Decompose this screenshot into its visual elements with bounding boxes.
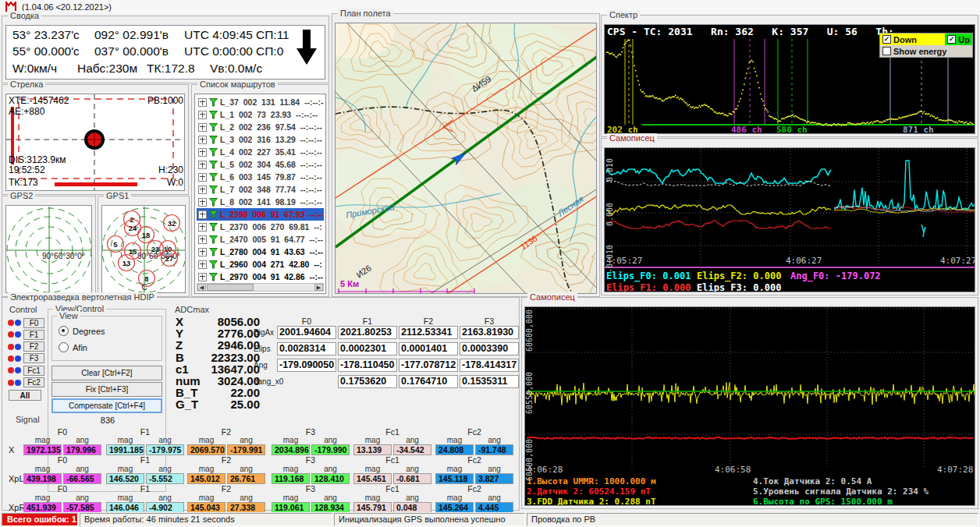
channel-button-f3[interactable]: F3 (23, 353, 44, 363)
expand-icon[interactable] (198, 260, 207, 269)
route-row[interactable]: L_2390 006 91 67.93 --:-- (197, 208, 324, 221)
matrix-cell: -177.078712 (399, 359, 458, 372)
channel-button-f0[interactable]: F0 (23, 318, 44, 328)
route-flag-icon (209, 223, 218, 232)
signal-subheader-mag: mag (23, 436, 62, 444)
checkbox-up[interactable]: ✓Up (945, 34, 972, 45)
scroll-thumb[interactable] (207, 284, 254, 291)
route-row[interactable]: L_2960 004 271 42.80 --: (197, 258, 324, 271)
all-channels-button[interactable]: All (9, 390, 41, 401)
expand-icon[interactable] (198, 136, 207, 144)
latitude-current: 53° 23.237'с (12, 28, 94, 42)
expand-icon[interactable] (198, 148, 207, 157)
radio-degrees[interactable]: Degrees (59, 326, 105, 336)
route-row[interactable]: L_2970 004 91 42.86 --:-- (197, 271, 324, 283)
expand-icon[interactable] (198, 235, 207, 244)
route-row[interactable]: L_2 002 236 97.54 --:--:-- (197, 121, 324, 133)
compensate-button[interactable]: Compensate [Ctrl+F4] (51, 398, 162, 413)
route-row[interactable]: L_7 002 348 77.74 --:--:-- (197, 183, 324, 196)
channel-button-f2[interactable]: F2 (23, 341, 44, 352)
radio-icon[interactable] (59, 326, 69, 336)
checkbox-down[interactable]: ✓Down (880, 34, 945, 45)
checkbox-icon[interactable]: ✓ (882, 35, 891, 44)
fix-button[interactable]: Fix [Ctrl+F3] (51, 382, 162, 397)
expand-icon[interactable] (198, 210, 207, 219)
app-window: (1.04.06 <20.12.2021>) Сводка 53° 23.237… (0, 0, 980, 527)
signal-cell: 26.761 (227, 473, 265, 484)
channel-row: F1 (8, 329, 44, 340)
signal-subheader-ang: ang (311, 465, 350, 473)
route-list-hscrollbar[interactable]: ◀ ▶ (197, 283, 324, 292)
route-flag-icon (209, 235, 218, 244)
expand-icon[interactable] (198, 273, 207, 281)
signal-subheader-mag: mag (353, 493, 392, 502)
error-count-badge: Всего ошибок: 1 (2, 513, 78, 526)
matrix-col-header: F2 (399, 317, 458, 326)
route-row[interactable]: L_6 003 145 79.87 --:--:-- (197, 171, 324, 183)
h-value: Н:230 (158, 164, 183, 175)
matrix-cell: 0.0002301 (338, 342, 397, 355)
signal-subheader-ang: ang (63, 493, 101, 502)
expand-icon[interactable] (198, 186, 207, 194)
speed-value: W:0км/ч (12, 62, 77, 76)
expand-icon[interactable] (198, 111, 207, 119)
scroll-left-icon[interactable]: ◀ (197, 284, 206, 291)
route-row[interactable]: L_4 002 227 35.41 --:--:-- (197, 146, 324, 158)
y-axis-label: 60550,000 (525, 372, 534, 414)
route-row[interactable]: L_5 002 304 45.68 --:--:-- (197, 158, 324, 171)
checkbox-icon[interactable]: ✓ (947, 35, 956, 44)
route-row[interactable]: L_8 002 141 98.19 --:--:-- (197, 196, 324, 208)
route-row[interactable]: L_1 002 73 23.93 --:--:-- (197, 108, 324, 121)
signal-cell: 145.264 (435, 502, 474, 513)
route-list-panel: Список маршрутов L_37 002 131 11.84 --:-… (191, 84, 329, 297)
route-row[interactable]: L_2470 005 91 64.77 --:-- (197, 233, 324, 246)
gps2-skyplot-chart: 90°60°30°0° (6, 206, 92, 293)
signal-cell: 2034.896 (272, 444, 310, 455)
expand-icon[interactable] (198, 248, 207, 256)
expand-icon[interactable] (198, 98, 207, 107)
route-row[interactable]: L_2780 004 91 43.63 --:-- (197, 246, 324, 258)
spectrum-plot-area: 202 ch486 ch580 ch871 chCPS - TC: 2031 R… (604, 24, 975, 134)
channel-button-fc1[interactable]: Fc1 (23, 366, 44, 376)
checkbox-icon[interactable] (882, 47, 891, 55)
signal-subheader-ang: ang (146, 465, 184, 473)
signal-cell: 1972.135 (23, 444, 62, 455)
expand-icon[interactable] (198, 161, 207, 169)
signal-band-header: F2 (209, 455, 243, 465)
route-flag-icon (209, 111, 218, 119)
gps1-annotation: C (141, 283, 147, 292)
radio-icon[interactable] (59, 342, 69, 352)
channel-button-f1[interactable]: F1 (23, 330, 44, 340)
recorder1-plot-area: 0.0100.000-0.0104:05:274:06:274:07:27Eli… (604, 147, 975, 292)
channel-button-fc2[interactable]: Fc2 (23, 377, 44, 387)
route-flag-icon (209, 136, 218, 144)
matrix-cell: 0.0028314 (277, 342, 336, 355)
route-label: L_3 002 316 13.29 --:--:-- (220, 135, 322, 144)
radio-afin[interactable]: Afin (59, 342, 87, 352)
route-row[interactable]: L_37 002 131 11.84 --:--:-- (197, 96, 324, 108)
scroll-right-icon[interactable]: ▶ (314, 284, 323, 291)
channel-row: F0 (8, 317, 44, 328)
signal-band-header: F1 (128, 484, 162, 493)
expand-icon[interactable] (198, 173, 207, 182)
signal-cell: 13.139 (353, 444, 392, 455)
signal-cell: 128.410 (311, 473, 350, 484)
legend-item: Ang_F0: -179.072 (790, 271, 881, 282)
signal-band-header: Fc1 (375, 484, 410, 493)
checkbox-show-energy[interactable]: Show energy (880, 45, 949, 57)
expand-icon[interactable] (198, 223, 207, 232)
route-row[interactable]: L_2370 006 270 69.81 --: (197, 221, 324, 233)
spectrum-panel-title: Спектр (607, 10, 640, 19)
time-value: 19:52:52 (9, 164, 45, 175)
route-row[interactable]: L_3 002 316 13.29 --:--:-- (197, 133, 324, 146)
route-flag-icon (209, 98, 218, 107)
satellite-marker: 32 (164, 215, 180, 232)
route-label: L_5 002 304 45.68 --:--:-- (220, 160, 322, 169)
route-list-container: L_37 002 131 11.84 --:--:--L_1 002 73 23… (194, 94, 326, 294)
expand-icon[interactable] (198, 123, 207, 132)
gps-init-status: Инициализация GPS выполнена успешно (334, 513, 525, 526)
route-label: L_2970 004 91 42.86 --:-- (220, 272, 323, 281)
expand-icon[interactable] (198, 198, 207, 207)
clear-button[interactable]: Clear [Ctrl+F2] (51, 366, 162, 380)
matrix-col-header: F3 (460, 317, 519, 326)
